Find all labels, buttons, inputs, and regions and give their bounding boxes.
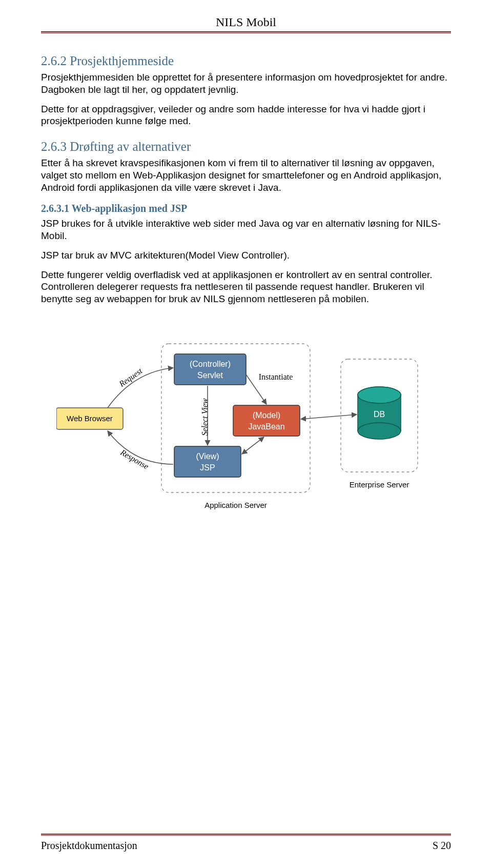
footer-right: S 20	[433, 840, 451, 852]
para-2-6-3-1: Etter å ha skrevet kravspesifikasjonen k…	[41, 157, 451, 193]
heading-2-6-2: 2.6.2 Prosjekthjemmeside	[41, 54, 451, 68]
para-2-6-2-2: Dette for at oppdragsgiver, veileder og …	[41, 103, 451, 128]
select-view-label: Select View	[200, 398, 209, 436]
db-label: DB	[374, 410, 385, 419]
view-box	[174, 446, 241, 477]
header-rule	[41, 31, 451, 33]
model-box	[233, 405, 300, 436]
footer-rule	[41, 834, 451, 836]
web-browser-label: Web Browser	[67, 414, 113, 423]
para-2-6-3-1-b: JSP tar bruk av MVC arkitekturen(Model V…	[41, 249, 451, 262]
para-2-6-2-1: Prosjekthjemmesiden ble opprettet for å …	[41, 71, 451, 96]
controller-box	[174, 354, 246, 385]
instantiate-label: Instantiate	[259, 372, 293, 381]
svg-point-2	[358, 423, 401, 439]
db-icon: DB	[358, 387, 401, 439]
model-line2: JavaBean	[248, 422, 284, 431]
page-header-title: NILS Mobil	[41, 15, 451, 29]
para-2-6-3-1-a: JSP brukes for å utvikle interaktive web…	[41, 218, 451, 242]
arrow-model-db	[301, 415, 357, 419]
footer-left: Prosjektdokumentasjon	[41, 840, 137, 852]
para-2-6-3-1-c: Dette fungerer veldig overfladisk ved at…	[41, 269, 451, 305]
controller-line2: Servlet	[197, 371, 223, 380]
heading-2-6-3-1: 2.6.3.1 Web-applikasjon med JSP	[41, 203, 451, 214]
view-line1: (View)	[196, 452, 219, 461]
page-footer: Prosjektdokumentasjon S 20	[41, 834, 451, 852]
model-line1: (Model)	[253, 411, 280, 420]
svg-point-3	[358, 387, 401, 403]
view-line2: JSP	[200, 463, 215, 472]
arrow-view-model	[242, 437, 264, 454]
heading-2-6-3: 2.6.3 Drøfting av alternativer	[41, 140, 451, 154]
controller-line1: (Controller)	[190, 360, 231, 368]
mvc-diagram: Application Server Enterprise Server Web…	[41, 331, 451, 531]
app-server-label: Application Server	[204, 501, 267, 509]
enterprise-server-label: Enterprise Server	[350, 480, 409, 489]
page-content: NILS Mobil 2.6.2 Prosjekthjemmeside Pros…	[0, 0, 492, 531]
